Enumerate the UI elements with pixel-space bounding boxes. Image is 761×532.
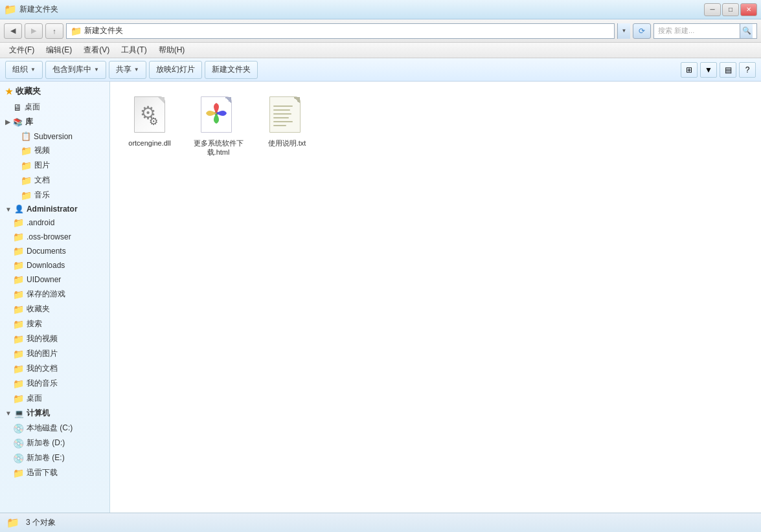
close-button[interactable]: ✕ <box>740 3 757 16</box>
menu-file[interactable]: 文件(F) <box>4 43 40 57</box>
address-field[interactable]: 📁 新建文件夹 <box>66 23 615 39</box>
statusbar: 📁 3 个对象 <box>0 513 761 532</box>
oss-folder-icon: 📁 <box>13 232 24 242</box>
my-music-folder-icon: 📁 <box>13 379 24 389</box>
txt-line-3 <box>273 113 291 115</box>
music-folder-icon: 📁 <box>21 190 32 201</box>
sidebar-item-my-videos[interactable]: 📁 我的视频 <box>0 331 109 346</box>
share-button[interactable]: 共享 ▼ <box>109 61 146 79</box>
sidebar-item-desktop2[interactable]: 📁 桌面 <box>0 391 109 406</box>
html-file-icon <box>199 96 237 134</box>
address-dropdown-button[interactable]: ▼ <box>617 23 630 39</box>
computer-expand-icon: ▼ <box>5 410 12 417</box>
my-documents-folder-icon: 📁 <box>13 364 24 374</box>
sidebar-item-my-documents[interactable]: 📁 我的文档 <box>0 361 109 376</box>
sidebar-item-uidowner[interactable]: 📁 UIDowner <box>0 272 109 287</box>
sidebar-item-computer-header[interactable]: ▼ 💻 计算机 <box>0 406 109 421</box>
txt-line-1 <box>273 105 293 107</box>
preview-pane-button[interactable]: ▤ <box>720 62 736 78</box>
content-area: ⚙ ⚙ ortcengine.dll <box>110 82 761 513</box>
titlebar-left: 📁 新建文件夹 <box>4 3 58 16</box>
sidebar-item-oss-browser[interactable]: 📁 .oss-browser <box>0 230 109 244</box>
sidebar: ★ 收藏夹 🖥 桌面 ▶ 📚 库 📋 Subversion 📁 视频 📁 图片 … <box>0 82 110 513</box>
file-item-html[interactable]: 更多系统软件下载.html <box>189 92 247 160</box>
forward-button[interactable]: ▶ <box>25 23 43 39</box>
expand-icon: ▶ <box>5 118 10 126</box>
library-icon: 📚 <box>13 118 23 127</box>
sidebar-item-new-volume-d[interactable]: 💿 新加卷 (D:) <box>0 436 109 450</box>
html-icon-container <box>198 94 239 136</box>
dll-icon-container: ⚙ ⚙ <box>129 94 170 136</box>
pictures-folder-icon: 📁 <box>21 161 32 171</box>
sidebar-item-new-volume-e[interactable]: 💿 新加卷 (E:) <box>0 450 109 465</box>
sidebar-item-pictures[interactable]: 📁 图片 <box>0 158 109 173</box>
menubar: 文件(F) 编辑(E) 查看(V) 工具(T) 帮助(H) <box>0 43 761 58</box>
addressbar: ◀ ▶ ↑ 📁 新建文件夹 ▼ ⟳ 搜索 新建... 🔍 <box>0 19 761 43</box>
search-folder-icon: 📁 <box>13 319 24 329</box>
library-dropdown-icon: ▼ <box>94 67 99 72</box>
organize-dropdown-icon: ▼ <box>30 67 36 72</box>
up-button[interactable]: ↑ <box>45 23 63 39</box>
menu-edit[interactable]: 编辑(E) <box>41 43 77 57</box>
sidebar-item-documents2[interactable]: 📁 Documents <box>0 244 109 258</box>
uidowner-folder-icon: 📁 <box>13 274 24 285</box>
sidebar-item-download2[interactable]: 📁 迅雷下载 <box>0 465 109 480</box>
desktop-icon: 🖥 <box>13 102 22 113</box>
maximize-button[interactable]: □ <box>722 3 739 16</box>
sidebar-item-local-disk-c[interactable]: 💿 本地磁盘 (C:) <box>0 421 109 436</box>
help-button[interactable]: ? <box>739 62 756 78</box>
minimize-button[interactable]: ─ <box>704 3 721 16</box>
admin-icon: 👤 <box>14 205 24 214</box>
view-mode-button[interactable]: ⊞ <box>681 62 698 78</box>
search-button[interactable]: 🔍 <box>740 24 753 38</box>
file-item-txt[interactable]: 使用说明.txt <box>258 92 316 160</box>
sidebar-item-search[interactable]: 📁 搜索 <box>0 316 109 331</box>
sidebar-item-administrator-header[interactable]: ▼ 👤 Administrator <box>0 203 109 216</box>
toolbar: 组织 ▼ 包含到库中 ▼ 共享 ▼ 放映幻灯片 新建文件夹 ⊞ ▼ ▤ ? <box>0 58 761 82</box>
my-videos-folder-icon: 📁 <box>13 334 24 344</box>
html-file-label: 更多系统软件下载.html <box>194 139 244 157</box>
back-button[interactable]: ◀ <box>4 23 22 39</box>
address-text: 新建文件夹 <box>84 25 610 36</box>
sidebar-item-documents[interactable]: 📁 文档 <box>0 173 109 188</box>
sidebar-item-downloads[interactable]: 📁 Downloads <box>0 258 109 272</box>
savedgames-folder-icon: 📁 <box>13 289 24 300</box>
sidebar-item-subversion[interactable]: 📋 Subversion <box>0 129 109 143</box>
sidebar-item-saved-games[interactable]: 📁 保存的游戏 <box>0 287 109 302</box>
refresh-button[interactable]: ⟳ <box>633 23 651 39</box>
disk-d-icon: 💿 <box>13 438 24 449</box>
sidebar-item-my-music[interactable]: 📁 我的音乐 <box>0 376 109 391</box>
sidebar-item-my-pictures[interactable]: 📁 我的图片 <box>0 346 109 361</box>
sidebar-item-music[interactable]: 📁 音乐 <box>0 188 109 203</box>
download2-folder-icon: 📁 <box>13 468 24 478</box>
txt-line-5 <box>273 121 293 122</box>
organize-button[interactable]: 组织 ▼ <box>5 61 43 79</box>
txt-file-label: 使用说明.txt <box>268 139 306 148</box>
disk-e-icon: 💿 <box>13 453 24 463</box>
menu-tools[interactable]: 工具(T) <box>116 43 152 57</box>
slideshow-button[interactable]: 放映幻灯片 <box>149 61 202 79</box>
favorites2-folder-icon: 📁 <box>13 304 24 315</box>
txt-file-icon <box>268 96 306 134</box>
txt-line-2 <box>273 109 290 111</box>
sidebar-item-video[interactable]: 📁 视频 <box>0 143 109 158</box>
library-button[interactable]: 包含到库中 ▼ <box>45 61 106 79</box>
sidebar-item-favorites2[interactable]: 📁 收藏夹 <box>0 302 109 316</box>
view-dropdown-button[interactable]: ▼ <box>700 62 717 78</box>
sidebar-item-android[interactable]: 📁 .android <box>0 216 109 230</box>
txt-line-4 <box>273 117 289 118</box>
menu-help[interactable]: 帮助(H) <box>153 43 190 57</box>
my-pictures-folder-icon: 📁 <box>13 349 24 359</box>
txt-line-6 <box>273 125 286 126</box>
computer-icon: 💻 <box>14 409 24 418</box>
new-folder-button[interactable]: 新建文件夹 <box>205 61 258 79</box>
sidebar-item-library-header[interactable]: ▶ 📚 库 <box>0 115 109 129</box>
android-folder-icon: 📁 <box>13 217 24 228</box>
menu-view[interactable]: 查看(V) <box>78 43 115 57</box>
search-box[interactable]: 搜索 新建... 🔍 <box>653 23 757 39</box>
file-item-dll[interactable]: ⚙ ⚙ ortcengine.dll <box>120 92 179 160</box>
star-icon: ★ <box>5 87 13 96</box>
sidebar-item-desktop[interactable]: 🖥 桌面 <box>0 100 109 115</box>
titlebar-folder-icon: 📁 <box>4 3 17 16</box>
titlebar: 📁 新建文件夹 ─ □ ✕ <box>0 0 761 19</box>
